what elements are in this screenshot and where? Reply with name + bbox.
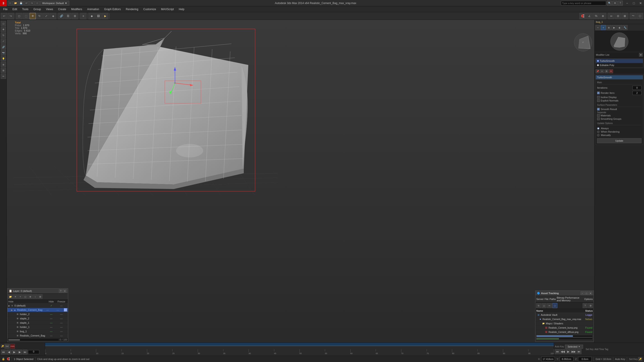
manually-radio[interactable] (597, 134, 600, 136)
timeline-ruler[interactable]: 0 5 10 15 20 25 30 35 40 45 50 55 60 65 … (45, 346, 554, 356)
prev-frame-btn[interactable]: ◀ (6, 350, 11, 355)
lt-paint[interactable]: ✏ (1, 73, 6, 79)
asset-settings-btn[interactable]: ⚙ (588, 303, 593, 308)
bind-tool[interactable]: ⊞ (72, 13, 78, 19)
y-value[interactable]: 8.092cm (560, 357, 573, 361)
lt-move[interactable]: ✥ (1, 27, 6, 32)
layer-panel-header[interactable]: 📋 Layer: 0 (default) ? ✕ (8, 289, 68, 294)
close-btn[interactable]: ✕ (637, 0, 644, 6)
asset-row-diffuse[interactable]: 🖼 Realistic_Cement_diffuse.png Found (536, 330, 594, 334)
z-value[interactable]: 0.0cm (578, 357, 592, 361)
asset-select-btn[interactable]: ◻ (542, 303, 546, 308)
lt-select[interactable]: ◻ (1, 21, 6, 26)
menu-file[interactable]: File (1, 7, 10, 12)
auto-key-btn[interactable]: Auto (10, 344, 15, 349)
prev-key-btn[interactable]: ◀◀ (560, 349, 565, 354)
key-icon-btn[interactable]: 🔑 (638, 357, 642, 361)
search-input[interactable] (561, 1, 606, 5)
scale-tool[interactable]: ⤢ (43, 13, 50, 19)
search-btn[interactable]: 🔍 (607, 1, 612, 6)
play-anim-btn[interactable]: ▶ (566, 349, 571, 354)
modifier-turbosm[interactable]: TurboSmooth (596, 59, 643, 63)
menu-group[interactable]: Group (31, 7, 43, 12)
render-btn[interactable]: ▶ (102, 13, 108, 19)
layer-sel-from-btn[interactable]: ◻ (23, 294, 28, 299)
selected-dropdown[interactable]: Selected ▼ (565, 345, 583, 349)
play-btn[interactable]: ▶ (12, 350, 17, 355)
reference-tool[interactable]: ◈ (50, 13, 56, 19)
modifier-editable-poly[interactable]: Editable Poly (596, 63, 643, 67)
menu-rendering[interactable]: Rendering (124, 7, 140, 12)
open-btn[interactable]: 📂 (13, 1, 18, 6)
minimize-btn[interactable]: − (624, 0, 630, 6)
create-panel-btn[interactable]: + (596, 25, 600, 30)
turbosm-rollout-header[interactable]: TurboSmooth (596, 75, 643, 79)
select-tool[interactable]: ◻ (16, 13, 22, 19)
configure-btn[interactable]: ⚙ (604, 69, 608, 73)
select-region-tool[interactable]: ⬚ (23, 13, 29, 19)
asset-vault-btn[interactable]: ⬡ (552, 303, 557, 308)
explicit-check[interactable] (597, 99, 600, 102)
x-value[interactable]: 17.416cm (541, 357, 555, 361)
render-iters-check[interactable] (597, 92, 600, 94)
layer-row-bug1[interactable]: ⊞ bug_1 — — (8, 329, 68, 334)
layer-row-cement[interactable]: ▶ ◈ Realistic_Cement_Bag — — (8, 308, 68, 312)
menu-customize[interactable]: Customize (141, 7, 158, 12)
curve-editor-btn[interactable]: 〜 (630, 13, 636, 19)
layer-add-sel-btn[interactable]: + (18, 294, 22, 299)
layer-row-holder1[interactable]: ⊞ holder_1 — — (8, 325, 68, 329)
layer-row-rcb[interactable]: ⊞ Realistic_Cement_Bag — — (8, 334, 68, 338)
menu-maxscript[interactable]: MAXScript (159, 7, 176, 12)
next-key-btn[interactable]: ▶▶ (571, 349, 576, 354)
lt-link[interactable]: 🔗 (1, 44, 6, 50)
go-start-btn[interactable]: ⏮ (1, 350, 6, 355)
lt-rotate[interactable]: ↻ (1, 32, 6, 38)
lt-camera[interactable]: 📷 (1, 50, 6, 55)
asset-menu-options[interactable]: Options (584, 298, 593, 301)
redo-tool[interactable]: ↪ (8, 13, 14, 19)
asset-row-vault[interactable]: ⊕ Autodesk Vault Logge (536, 313, 594, 317)
asset-strip-btn[interactable]: ✂ (547, 303, 552, 308)
when-rendering-radio[interactable] (597, 131, 600, 133)
asset-menu-server[interactable]: Server (536, 298, 544, 301)
next-frame-btn[interactable]: ▶ (17, 350, 22, 355)
spacing-tool[interactable]: ⊠ (622, 13, 628, 19)
asset-panel-header[interactable]: 🔷 Asset Tracking − □ ✕ (536, 291, 594, 296)
redo-btn[interactable]: ↪ (29, 1, 34, 6)
remove-modifier-btn[interactable]: ✕ (609, 69, 613, 73)
asset-row-maps[interactable]: 📁 Maps / Shaders (536, 321, 594, 326)
materials-check[interactable] (597, 114, 600, 117)
move-tool[interactable]: ✥ (30, 13, 36, 19)
asset-menu-file[interactable]: File (544, 298, 548, 301)
always-radio[interactable] (597, 127, 600, 130)
align-tool[interactable]: ⊟ (615, 13, 621, 19)
menu-graph-editors[interactable]: Graph Editors (102, 7, 123, 12)
goto-end-btn[interactable]: ⏭ (576, 349, 582, 354)
display-panel-btn[interactable]: ◐ (617, 25, 622, 30)
menu-animation[interactable]: Animation (85, 7, 101, 12)
asset-menu-bitmap[interactable]: Bitmap Performance and Memory (557, 296, 583, 302)
spinner-snap[interactable]: ⊕ (600, 13, 606, 19)
smooth-result-check[interactable] (597, 108, 600, 110)
workspace-selector[interactable]: Workspace: Default ▼ (40, 1, 69, 6)
iterations-value[interactable]: 0 (632, 86, 642, 90)
menu-views[interactable]: Views (44, 7, 55, 12)
set-keys-btn[interactable]: Set (4, 344, 10, 349)
schematic-view-btn[interactable]: ⬡ (637, 13, 643, 19)
mirror-tool[interactable]: ⇔ (608, 13, 614, 19)
smoothing-check[interactable] (597, 117, 600, 120)
material-editor-btn[interactable]: ◆ (88, 13, 95, 19)
save-btn[interactable]: 💾 (18, 1, 24, 6)
maximize-btn[interactable]: □ (630, 0, 637, 6)
utilities-panel-btn[interactable]: 🔧 (622, 25, 628, 30)
frame-input[interactable]: 0 (28, 350, 39, 354)
menu-modifiers[interactable]: Modifiers (69, 7, 84, 12)
undo-tool[interactable]: ↩ (1, 13, 7, 19)
asset-row-maxfile[interactable]: ■ Realistic_Cement_Bag_max_vray.max Netw… (536, 317, 594, 321)
update-button[interactable]: Update (597, 138, 642, 143)
asset-help-btn[interactable]: ? (582, 303, 588, 308)
percent-snap[interactable]: % (593, 13, 599, 19)
menu-help[interactable]: Help (176, 7, 187, 12)
lt-light[interactable]: 💡 (1, 56, 6, 61)
layer-row-staple1[interactable]: ⊞ staple_1 — — (8, 321, 68, 325)
